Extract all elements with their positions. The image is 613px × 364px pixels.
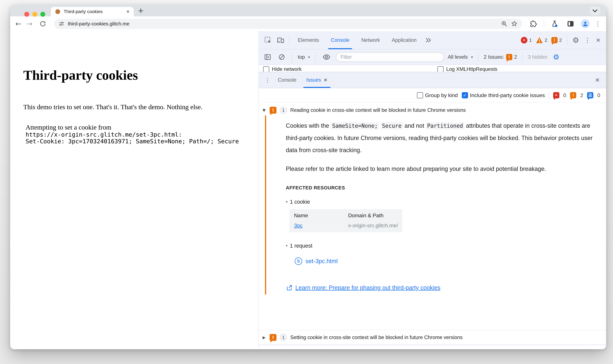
live-expression-button[interactable] [321,54,332,60]
tab-console[interactable]: Console [326,31,355,49]
issue-title[interactable]: Reading cookie in cross-site context wil… [290,107,466,113]
active-drawer-tab-underline [303,87,330,88]
group-by-kind-setting[interactable]: Group by kind [417,92,458,98]
issue-warning-bubble-icon: ! [570,92,576,98]
new-tab-button[interactable]: + [138,6,144,15]
site-settings-icon[interactable] [59,21,64,26]
inspect-cursor-icon [264,37,272,44]
close-window-button[interactable] [24,12,29,17]
devtools-close-button[interactable]: ✕ [594,37,603,43]
extensions-button[interactable] [528,20,539,27]
drawer-tab-issues[interactable]: Issues ✕ [301,72,332,88]
warning-triangle-icon[interactable] [536,37,543,43]
device-toolbar-icon [277,37,284,44]
expanded-triangle-icon[interactable]: ▼ [262,108,266,112]
bookmark-star-icon[interactable] [511,21,518,27]
tab-elements[interactable]: Elements [293,31,324,49]
group-by-kind-checkbox[interactable] [417,92,423,98]
drawer-tab-console[interactable]: Console [273,72,301,88]
text-lines-icon [588,95,592,96]
learn-more-link[interactable]: Learn more: Prepare for phasing out thir… [295,284,440,291]
hide-network-setting[interactable]: Hide network [263,66,301,72]
hidden-messages-label[interactable]: 3 hidden [528,54,548,60]
issues-counter[interactable]: 2 Issues: ! 2 [484,54,517,60]
issues-badge-icon[interactable]: ! [551,37,558,43]
issue-row-setting-cookie[interactable]: ▶ ! 1 Setting cookie in cross-site conte… [259,330,606,345]
more-tabs-button[interactable] [423,38,434,43]
cookie-name-link[interactable]: 3pc [294,222,302,228]
sidebar-panel-icon [264,54,271,60]
error-badge-icon[interactable]: ✕ [521,37,527,43]
cookie-domain-value: x-origin-src.glitch.me/ [344,221,402,232]
log-level-label: All levels [448,54,468,60]
issue-row-reading-cookie[interactable]: ▼ ! 1 Reading cookie in cross-site conte… [259,103,606,116]
zoom-window-button[interactable] [40,12,45,17]
console-toolbar-divider3 [478,52,479,62]
page-content: Third-party cookies This demo tries to s… [10,31,259,349]
inspect-element-button[interactable] [262,37,274,44]
issues-toolbar-divider [549,91,549,99]
page-intro-text: This demo tries to set one. That's it. T… [23,103,203,111]
reload-button[interactable] [37,20,48,27]
hide-network-checkbox[interactable] [263,66,269,72]
omnibox[interactable]: third-party-cookies.glitch.me [54,19,522,29]
devtools-settings-button[interactable]: ⚙ [570,36,581,44]
page-title: Third-party cookies [23,67,138,83]
code-partitioned: Partitioned [426,122,464,130]
affected-resources-heading: AFFECTED RESOURCES [286,185,596,191]
console-settings-button[interactable]: ⚙ [551,53,561,61]
forward-button[interactable]: → [26,20,32,27]
issue-description: Cookies with the SameSite=None; Secure a… [286,120,596,156]
side-panel-button[interactable] [565,21,576,27]
error-count: 1 [529,37,532,43]
console-toolbar: top ▾ All levels ▾ 2 Issues: [259,50,606,65]
issues-list: ▼ ! 1 Reading cookie in cross-site conte… [259,103,606,349]
minimize-window-button[interactable] [32,12,37,17]
drawer-menu-button[interactable]: ⋮ [262,77,273,83]
code-samesite: SameSite=None; [331,122,379,130]
request-file-link[interactable]: set-3pc.html [305,258,338,265]
table-header-row: Name Domain & Path [289,209,402,221]
profile-avatar[interactable] [581,19,590,28]
browser-window: Third-party cookies ✕ + ← → thi [10,5,606,349]
clear-console-button[interactable] [276,54,287,60]
log-xhr-checkbox[interactable] [437,66,443,72]
log-level-selector[interactable]: All levels ▾ [448,54,473,60]
back-button[interactable]: ← [15,20,22,27]
issue-error-bubble-icon: ✕ [553,92,559,98]
drawer-close-button[interactable]: ✕ [595,77,602,83]
zoom-icon[interactable] [501,21,507,27]
tab-network[interactable]: Network [356,31,385,49]
issue-title[interactable]: Setting cookie in cross-site context wil… [290,335,463,340]
console-sidebar-toggle[interactable] [262,54,273,60]
browser-tab[interactable]: Third-party cookies ✕ [51,7,134,16]
tab-close-icon[interactable]: ✕ [126,9,130,14]
log-xhr-setting[interactable]: Log XMLHttpRequests [437,66,497,72]
device-toolbar-button[interactable] [275,37,286,44]
console-filter-input[interactable] [336,52,444,62]
collapsed-triangle-icon[interactable]: ▶ [262,335,266,339]
browser-menu-button[interactable]: ⋮ [595,20,601,27]
drawer-tab-close-icon[interactable]: ✕ [324,78,327,83]
include-third-party-setting[interactable]: ✓ Include third-party cookie issues [462,92,545,98]
include-third-party-checkbox[interactable]: ✓ [462,92,468,98]
side-panel-icon [567,21,574,27]
tab-application[interactable]: Application [387,31,422,49]
cookie-group-row[interactable]: ▾ 1 cookie [286,199,596,205]
tab-search-button[interactable] [590,7,600,15]
desc-text: Cookies with the [286,122,331,129]
issue-error-count: 0 [563,92,566,98]
hide-network-label: Hide network [272,66,301,72]
request-group-row[interactable]: ▾ 1 request [286,243,596,249]
console-toolbar-divider [292,52,293,62]
experiments-button[interactable] [549,20,560,27]
issue-bubble-icon: ! [506,54,512,60]
request-group-label: 1 request [290,243,313,249]
cookie-favicon-icon [55,9,61,14]
devtools-menu-button[interactable]: ⋮ [583,37,593,44]
tabbar-divider-right [567,35,567,45]
url-text[interactable]: third-party-cookies.glitch.me [68,21,497,26]
table-row: 3pc x-origin-src.glitch.me/ [289,221,402,232]
include-third-party-label: Include third-party cookie issues [470,92,545,98]
context-selector[interactable]: top ▾ [298,54,310,60]
